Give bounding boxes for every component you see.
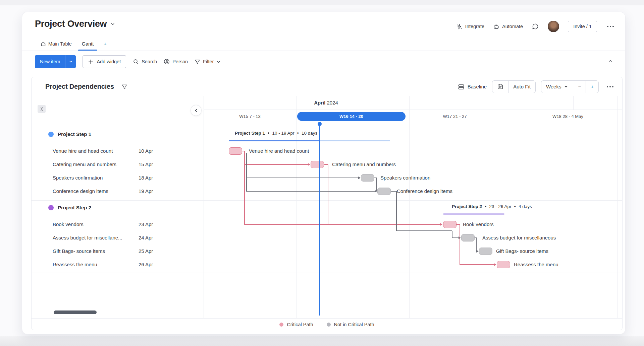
zoom-out-button[interactable]: − xyxy=(573,81,586,93)
home-icon xyxy=(41,41,46,47)
task-date: 25 Apr xyxy=(139,245,153,258)
add-view-button[interactable]: + xyxy=(99,37,111,51)
task-date: 19 Apr xyxy=(139,185,153,198)
dependency-arrow xyxy=(358,177,361,179)
automate-button[interactable]: Automate xyxy=(493,23,523,30)
task-date: 23 Apr xyxy=(139,218,153,231)
search-button[interactable]: Search xyxy=(133,59,157,65)
board-toolbar: New item Add widget Search Person xyxy=(35,55,221,68)
task-bar-conference[interactable] xyxy=(377,188,391,195)
collapse-panel-button[interactable] xyxy=(191,105,202,116)
group-color-dot xyxy=(48,205,54,210)
bar-label: Conference design items xyxy=(397,188,452,195)
new-item-button[interactable]: New item xyxy=(35,55,76,68)
group-row[interactable]: Project Step 1 xyxy=(32,128,204,141)
group-summary-bar[interactable] xyxy=(443,213,504,215)
widget-filter-icon[interactable] xyxy=(121,84,127,90)
add-widget-label: Add widget xyxy=(97,59,121,64)
auto-fit-button[interactable]: Auto Fit xyxy=(508,81,535,93)
dependency-line xyxy=(244,164,308,165)
legend-label: Not in Critical Path xyxy=(334,322,374,327)
group-summary-bar[interactable] xyxy=(320,140,390,141)
horizontal-scrollbar-thumb[interactable] xyxy=(54,310,97,314)
task-bar-reassess[interactable] xyxy=(497,261,510,268)
integrate-button[interactable]: Integrate xyxy=(456,23,484,30)
week-header-w17[interactable]: W17 21 - 27 xyxy=(443,114,467,119)
panel-divider[interactable] xyxy=(204,96,204,318)
current-week-pill[interactable]: W16 14 - 20 xyxy=(297,112,406,121)
task-row[interactable]: Reassess the menu 26 Apr xyxy=(32,258,204,271)
collapse-toolbar-icon[interactable] xyxy=(608,58,613,64)
group-summary-bar[interactable] xyxy=(229,140,320,141)
baseline-label: Baseline xyxy=(468,84,487,89)
task-name[interactable]: Catering menu and numbers xyxy=(53,158,116,171)
task-bar-venue[interactable] xyxy=(229,147,242,155)
summary-group-name: Project Step 2 xyxy=(452,204,482,209)
filter-button[interactable]: Filter xyxy=(195,59,221,65)
jump-to-date-button[interactable] xyxy=(492,81,508,93)
legend-label: Critical Path xyxy=(287,322,313,327)
week-header-w18[interactable]: W18 28 - 4 May xyxy=(552,114,583,119)
board-more-options-icon[interactable] xyxy=(606,24,615,28)
zoom-level-dropdown[interactable]: Weeks xyxy=(541,81,573,93)
critical-path-dot xyxy=(279,323,283,327)
widget-more-options-icon[interactable] xyxy=(605,85,615,89)
task-row[interactable]: Assess budget for miscellane... 24 Apr xyxy=(32,231,204,245)
group-summary-label: Project Step 1 ● 10 - 19 Apr ● 10 days xyxy=(235,130,317,136)
task-bar-book-vendors[interactable] xyxy=(443,221,457,228)
group-name[interactable]: Project Step 1 xyxy=(58,128,91,141)
dependency-arrow xyxy=(440,223,442,226)
task-name[interactable]: Venue hire and head count xyxy=(53,144,113,158)
task-name[interactable]: Gift Bags- source items xyxy=(53,245,105,258)
tab-label: Main Table xyxy=(48,41,72,47)
task-row[interactable]: Venue hire and head count 10 Apr xyxy=(32,144,204,158)
dependency-line xyxy=(396,230,452,231)
group-row[interactable]: Project Step 2 xyxy=(32,201,204,214)
dependency-line xyxy=(476,237,477,251)
summary-group-name: Project Step 1 xyxy=(235,131,265,136)
person-filter-button[interactable]: Person xyxy=(164,59,188,65)
robot-icon xyxy=(493,23,499,30)
task-date: 24 Apr xyxy=(139,231,153,245)
task-row[interactable]: Catering menu and numbers 15 Apr xyxy=(32,158,204,171)
month-header: April 2024 xyxy=(314,100,338,106)
widget-title: Project Dependencies xyxy=(45,83,114,90)
task-bar-assess-budget[interactable] xyxy=(461,234,475,241)
task-row[interactable]: Book vendors 23 Apr xyxy=(32,218,204,231)
chevron-down-icon[interactable] xyxy=(110,21,115,27)
task-bar-gift-bags[interactable] xyxy=(479,248,492,255)
chat-button[interactable] xyxy=(532,23,539,30)
task-name[interactable]: Conference design items xyxy=(53,185,108,198)
task-name[interactable]: Book vendors xyxy=(53,218,84,231)
week-header-w15[interactable]: W15 7 - 13 xyxy=(239,114,261,119)
new-item-label[interactable]: New item xyxy=(35,55,65,68)
legend-not-critical-path: Not in Critical Path xyxy=(327,322,374,327)
task-row[interactable]: Speakers confirmation 18 Apr xyxy=(32,171,204,185)
group-name[interactable]: Project Step 2 xyxy=(58,201,91,214)
today-marker-dot[interactable] xyxy=(318,122,322,126)
add-widget-button[interactable]: Add widget xyxy=(83,55,126,68)
gridline xyxy=(409,96,410,318)
group-separator xyxy=(32,200,622,201)
task-date: 18 Apr xyxy=(139,171,153,185)
invite-button[interactable]: Invite / 1 xyxy=(568,21,597,32)
baseline-button[interactable]: Baseline xyxy=(458,83,487,90)
avatar[interactable] xyxy=(548,21,559,32)
new-item-dropdown[interactable] xyxy=(65,55,76,68)
task-name[interactable]: Assess budget for miscellane... xyxy=(53,231,122,245)
task-name[interactable]: Reassess the menu xyxy=(53,258,97,271)
widget-controls: Baseline Auto Fit Weeks − + xyxy=(458,77,615,96)
collapse-all-groups-button[interactable] xyxy=(38,105,46,113)
task-name[interactable]: Speakers confirmation xyxy=(53,171,103,185)
task-row[interactable]: Gift Bags- source items 25 Apr xyxy=(32,245,204,258)
task-row[interactable]: Conference design items 19 Apr xyxy=(32,185,204,198)
tab-gantt[interactable]: Gantt xyxy=(77,37,99,51)
zoom-in-button[interactable]: + xyxy=(586,81,598,93)
dependency-line xyxy=(244,151,245,164)
integrate-label: Integrate xyxy=(465,24,484,29)
tab-main-table[interactable]: Main Table xyxy=(36,37,77,51)
task-bar-speakers[interactable] xyxy=(361,174,374,182)
task-bar-catering[interactable] xyxy=(311,161,324,168)
header-actions: Integrate Automate Invite / 1 xyxy=(456,21,615,32)
funnel-icon xyxy=(195,59,200,65)
